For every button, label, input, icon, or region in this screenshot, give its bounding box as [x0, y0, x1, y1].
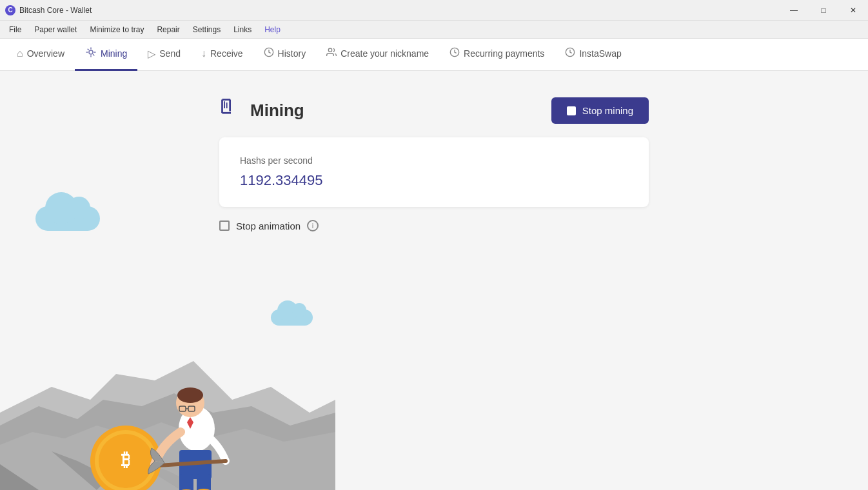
menu-file[interactable]: File — [3, 23, 28, 37]
history-icon — [264, 47, 274, 60]
tab-history[interactable]: History — [253, 39, 317, 71]
stop-animation-checkbox[interactable] — [219, 220, 230, 231]
send-icon: ▷ — [148, 48, 155, 60]
menu-help[interactable]: Help — [258, 23, 287, 37]
svg-point-8 — [328, 48, 331, 52]
app-icon: C — [5, 5, 15, 15]
mining-panel: Mining Stop mining Hashs per second 1192… — [219, 97, 649, 231]
tab-overview[interactable]: ⌂ Overview — [6, 39, 75, 71]
recurring-icon — [449, 47, 460, 60]
menu-paper-wallet[interactable]: Paper wallet — [28, 23, 83, 37]
menu-links[interactable]: Links — [227, 23, 258, 37]
mining-header: Mining Stop mining — [219, 97, 649, 124]
mining-header-icon — [219, 97, 242, 124]
window-title: Bitcash Core - Wallet — [19, 6, 92, 15]
tab-mining-label: Mining — [101, 48, 127, 59]
menu-settings[interactable]: Settings — [186, 23, 227, 37]
stats-card: Hashs per second 1192.334495 — [219, 137, 649, 207]
titlebar-controls: — □ ✕ — [779, 0, 868, 21]
close-button[interactable]: ✕ — [838, 0, 868, 21]
tab-nickname-label: Create your nickname — [340, 48, 429, 59]
titlebar: C Bitcash Core - Wallet — □ ✕ — [0, 0, 868, 21]
tab-receive[interactable]: ↓ Receive — [191, 39, 253, 71]
tab-overview-label: Overview — [27, 48, 64, 59]
svg-point-6 — [89, 50, 93, 54]
tab-nickname[interactable]: Create your nickname — [316, 39, 439, 71]
menu-minimize-to-tray[interactable]: Minimize to tray — [83, 23, 150, 37]
svg-line-3 — [93, 54, 94, 55]
minimize-button[interactable]: — — [779, 0, 809, 21]
svg-text:₿: ₿ — [121, 450, 130, 470]
nickname-icon — [326, 47, 337, 60]
tab-send[interactable]: ▷ Send — [137, 39, 191, 71]
svg-line-2 — [88, 49, 89, 50]
titlebar-left: C Bitcash Core - Wallet — [5, 5, 92, 15]
tab-mining[interactable]: Mining — [75, 39, 137, 71]
tab-send-label: Send — [159, 48, 181, 59]
page-title: Mining — [250, 101, 304, 121]
stats-label: Hashs per second — [240, 155, 628, 166]
stop-icon — [567, 106, 576, 115]
svg-point-29 — [177, 387, 203, 403]
menu-repair[interactable]: Repair — [150, 23, 186, 37]
info-icon[interactable]: i — [307, 220, 319, 231]
menubar: File Paper wallet Minimize to tray Repai… — [0, 21, 868, 39]
tab-instaswap-label: InstaSwap — [579, 48, 621, 59]
stop-animation-label: Stop animation — [236, 220, 301, 231]
svg-rect-11 — [229, 100, 231, 112]
maximize-button[interactable]: □ — [809, 0, 838, 21]
mining-icon — [85, 46, 97, 61]
tab-recurring-label: Recurring payments — [464, 48, 544, 59]
overview-icon: ⌂ — [17, 48, 23, 59]
navigation-bar: ⌂ Overview Mining ▷ Send ↓ Receive — [0, 39, 868, 71]
stop-mining-label: Stop mining — [582, 105, 633, 116]
instaswap-icon — [565, 47, 575, 60]
tab-instaswap[interactable]: InstaSwap — [555, 39, 631, 71]
cloud-1 — [35, 206, 100, 231]
mining-title-group: Mining — [219, 97, 304, 124]
receive-icon: ↓ — [201, 48, 206, 59]
tab-recurring[interactable]: Recurring payments — [439, 39, 555, 71]
svg-rect-36 — [197, 474, 211, 490]
stats-value: 1192.334495 — [240, 172, 628, 189]
tab-receive-label: Receive — [210, 48, 243, 59]
svg-rect-35 — [179, 474, 193, 490]
svg-rect-15 — [224, 101, 225, 108]
miner-illustration: ₿ — [0, 271, 335, 490]
stop-mining-button[interactable]: Stop mining — [551, 97, 649, 124]
svg-rect-16 — [226, 103, 228, 108]
tab-history-label: History — [278, 48, 306, 59]
stop-animation-row: Stop animation i — [219, 220, 649, 231]
main-content: Mining Stop mining Hashs per second 1192… — [0, 71, 868, 490]
